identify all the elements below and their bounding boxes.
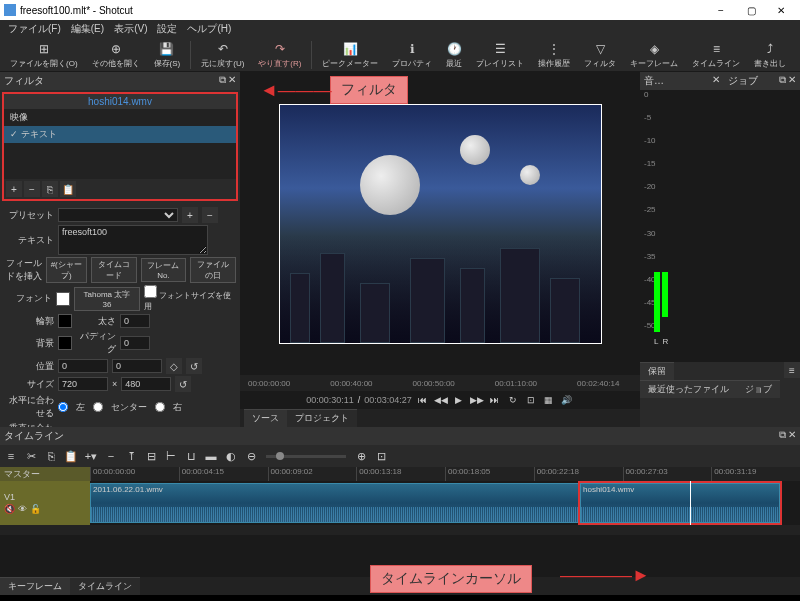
remove-filter-button[interactable]: − [24, 181, 40, 197]
peakmeter-button[interactable]: 📊ピークメーター [316, 40, 384, 70]
timecode-button[interactable]: タイムコード [91, 257, 137, 283]
open-other-button[interactable]: ⊕その他を開く [86, 40, 146, 70]
panel-close-icon[interactable]: ✕ [228, 74, 236, 88]
undo-button[interactable]: ↶元に戻す(U) [195, 40, 250, 70]
tl-cut-button[interactable]: ✂ [22, 447, 40, 465]
recent-button[interactable]: 🕐最近 [440, 40, 468, 70]
tab-project[interactable]: プロジェクト [287, 409, 357, 427]
tl-overwrite-button[interactable]: ⊟ [142, 447, 160, 465]
properties-button[interactable]: ℹプロパティ [386, 40, 438, 70]
timeline-scrollbar[interactable] [0, 525, 800, 535]
track-lock-icon[interactable]: 🔓 [30, 504, 41, 514]
tl-split-button[interactable]: ⊢ [162, 447, 180, 465]
tl-menu-button[interactable]: ≡ [2, 447, 20, 465]
filedate-button[interactable]: ファイルの日 [190, 257, 236, 283]
panel-undock-icon[interactable]: ⧉ [219, 74, 226, 88]
filter-button[interactable]: ▽フィルタ [578, 40, 622, 70]
keyframes-button[interactable]: ◈キーフレーム [624, 40, 684, 70]
menu-view[interactable]: 表示(V) [110, 22, 151, 36]
track-hide-icon[interactable]: 👁 [18, 504, 27, 514]
font-color-swatch[interactable] [56, 292, 70, 306]
save-button[interactable]: 💾保存(S) [148, 40, 187, 70]
frameno-button[interactable]: フレーム No. [141, 258, 186, 282]
menu-help[interactable]: ヘルプ(H) [183, 22, 235, 36]
volume-button[interactable]: 🔊 [560, 393, 574, 407]
meter-close-icon[interactable]: ✕ [712, 74, 720, 88]
loop-button[interactable]: ↻ [506, 393, 520, 407]
preset-delete-button[interactable]: − [202, 207, 218, 223]
redo-button[interactable]: ↷やり直す(R) [252, 40, 307, 70]
play-button[interactable]: ▶ [452, 393, 466, 407]
sharp-button[interactable]: #(シャープ) [46, 257, 87, 283]
tl-zoomfit-button[interactable]: ⊡ [372, 447, 390, 465]
bg-color-swatch[interactable] [58, 336, 72, 350]
size-reset-button[interactable]: ↺ [175, 376, 191, 392]
track-v1-head[interactable]: V1 🔇👁🔓 [0, 481, 90, 525]
preset-save-button[interactable]: + [182, 207, 198, 223]
track-master-head[interactable]: マスター [0, 467, 90, 481]
use-fontsize-checkbox[interactable] [144, 285, 157, 298]
timeline-cursor[interactable] [690, 481, 691, 525]
thickness-input[interactable] [120, 314, 150, 328]
pos-y-input[interactable] [112, 359, 162, 373]
timeline-ruler[interactable]: 00:00:00:0000:00:04:1500:00:09:0200:00:1… [90, 467, 800, 481]
clip-1[interactable]: 2011.06.22.01.wmv [90, 483, 580, 523]
track-mute-icon[interactable]: 🔇 [4, 504, 15, 514]
padding-input[interactable] [120, 336, 150, 350]
halign-center-radio[interactable] [93, 402, 103, 412]
bottom-tab-keyframes[interactable]: キーフレーム [0, 577, 70, 595]
timeline-button[interactable]: ≡タイムライン [686, 40, 746, 70]
open-file-button[interactable]: ⊞ファイルを開く(O) [4, 40, 84, 70]
preview-video[interactable] [279, 104, 602, 344]
halign-left-radio[interactable] [58, 402, 68, 412]
pos-x-input[interactable] [58, 359, 108, 373]
filter-item-text[interactable]: ✓ テキスト [4, 126, 236, 143]
bottom-tab-timeline[interactable]: タイムライン [70, 577, 140, 595]
playlist-button[interactable]: ☰プレイリスト [470, 40, 530, 70]
preview-ruler[interactable]: 00:00:00:0000:00:40:0000:00:50:0000:01:1… [240, 375, 640, 391]
tab-source[interactable]: ソース [244, 409, 287, 427]
recent-files-tab[interactable]: 最近使ったファイル [640, 380, 737, 398]
export-button[interactable]: ⤴書き出し [748, 40, 792, 70]
tl-zoom-slider[interactable] [266, 455, 346, 458]
size-w-input[interactable] [58, 377, 108, 391]
outline-color-swatch[interactable] [58, 314, 72, 328]
tl-copy-button[interactable]: ⎘ [42, 447, 60, 465]
text-input[interactable]: freesoft100 [58, 225, 208, 255]
menu-file[interactable]: ファイル(F) [4, 22, 65, 36]
track-v1-body[interactable]: 2011.06.22.01.wmv hoshi014.wmv [90, 481, 800, 525]
zoom-button[interactable]: ⊡ [524, 393, 538, 407]
forward-button[interactable]: ▶▶ [470, 393, 484, 407]
menu-edit[interactable]: 編集(E) [67, 22, 108, 36]
tl-zoomin-button[interactable]: ⊕ [352, 447, 370, 465]
tl-scrub-button[interactable]: ▬ [202, 447, 220, 465]
maximize-button[interactable]: ▢ [736, 1, 766, 19]
pos-reset-button[interactable]: ↺ [186, 358, 202, 374]
preset-select[interactable] [58, 208, 178, 222]
timeline-close-icon[interactable]: ✕ [788, 429, 796, 443]
tl-remove-button[interactable]: − [102, 447, 120, 465]
rewind-button[interactable]: ◀◀ [434, 393, 448, 407]
tl-zoomout-button[interactable]: ⊖ [242, 447, 260, 465]
add-filter-button[interactable]: + [6, 181, 22, 197]
jobs-undock-icon[interactable]: ⧉ [779, 74, 786, 88]
jobs-close-icon[interactable]: ✕ [788, 74, 796, 88]
paste-filter-button[interactable]: 📋 [60, 181, 76, 197]
close-button[interactable]: ✕ [766, 1, 796, 19]
menu-settings[interactable]: 設定 [153, 22, 181, 36]
halign-right-radio[interactable] [155, 402, 165, 412]
timeline-undock-icon[interactable]: ⧉ [779, 429, 786, 443]
tl-append-button[interactable]: +▾ [82, 447, 100, 465]
skip-next-button[interactable]: ⏭ [488, 393, 502, 407]
minimize-button[interactable]: − [706, 1, 736, 19]
grid-button[interactable]: ▦ [542, 393, 556, 407]
copy-filter-button[interactable]: ⎘ [42, 181, 58, 197]
tl-ripple-button[interactable]: ◐ [222, 447, 240, 465]
history-button[interactable]: ⋮操作履歴 [532, 40, 576, 70]
tl-lift-button[interactable]: ⤒ [122, 447, 140, 465]
jobs-tab-progress[interactable]: 保留 [640, 362, 674, 380]
size-h-input[interactable] [121, 377, 171, 391]
font-picker-button[interactable]: Tahoma 太字 36 [74, 287, 140, 311]
skip-prev-button[interactable]: ⏮ [416, 393, 430, 407]
pos-keyframe-button[interactable]: ◇ [166, 358, 182, 374]
